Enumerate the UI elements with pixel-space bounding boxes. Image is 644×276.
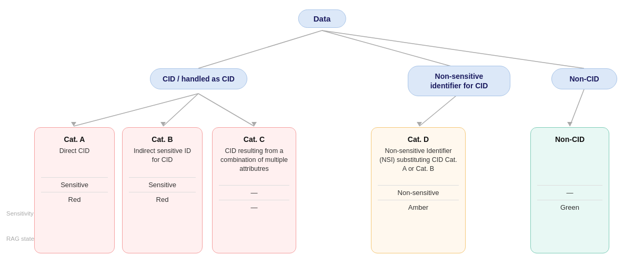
cat-c-title: Cat. C	[219, 135, 289, 144]
cat-b-desc: Indirect sensitive ID for CID	[129, 147, 196, 173]
svg-line-7	[570, 89, 584, 126]
non-cid-title: Non-CID	[537, 135, 602, 144]
card-cat-c: Cat. C CID resulting from a combination …	[212, 127, 296, 253]
non-cid-sensitivity: —	[537, 189, 602, 197]
l1-node-cid: CID / handled as CID	[150, 68, 247, 89]
non-cid-desc	[537, 147, 602, 181]
l1-cid-label: CID / handled as CID	[163, 75, 235, 83]
card-cat-b: Cat. B Indirect sensitive ID for CID Sen…	[122, 127, 203, 253]
svg-marker-10	[251, 122, 257, 126]
root-node: Data	[298, 9, 346, 28]
cat-c-rag: —	[219, 203, 289, 211]
cat-a-sensitivity: Sensitive	[41, 181, 108, 189]
cat-d-desc: Non-sensitive Identifier (NSI) substitut…	[378, 147, 459, 181]
cat-a-title: Cat. A	[41, 135, 108, 144]
svg-line-3	[74, 94, 198, 126]
l1-node-noncid: Non-CID	[551, 68, 617, 89]
svg-line-4	[163, 94, 198, 126]
cat-a-rag: Red	[41, 196, 108, 203]
svg-line-5	[198, 94, 254, 126]
diagram: Data CID / handled as CID Non-sensitivei…	[0, 0, 644, 276]
svg-marker-12	[567, 122, 572, 126]
svg-marker-9	[160, 122, 166, 126]
non-cid-rag: Green	[537, 203, 602, 211]
card-cat-a: Cat. A Direct CID Sensitive Red	[34, 127, 115, 253]
cat-b-sensitivity: Sensitive	[129, 181, 196, 189]
cat-c-sensitivity: —	[219, 189, 289, 197]
root-label: Data	[314, 14, 331, 23]
svg-marker-8	[71, 122, 76, 126]
cat-d-title: Cat. D	[378, 135, 459, 144]
card-cat-d: Cat. D Non-sensitive Identifier (NSI) su…	[371, 127, 466, 253]
card-non-cid: Non-CID — Green	[530, 127, 609, 253]
svg-line-0	[198, 30, 322, 68]
svg-marker-11	[417, 122, 422, 126]
svg-line-6	[419, 94, 459, 126]
cat-b-title: Cat. B	[129, 135, 196, 144]
sensitivity-side-label: Sensitivity	[6, 210, 34, 217]
l1-noncid-label: Non-CID	[570, 75, 599, 83]
rag-side-label: RAG state	[6, 236, 34, 242]
cat-d-sensitivity: Non-sensitive	[378, 189, 459, 197]
cat-d-rag: Amber	[378, 203, 459, 211]
svg-line-1	[322, 30, 459, 68]
l1-node-nsi: Non-sensitiveidentifier for CID	[408, 66, 510, 96]
svg-line-2	[322, 30, 584, 68]
cat-b-rag: Red	[129, 196, 196, 203]
cat-c-desc: CID resulting from a combination of mult…	[219, 147, 289, 181]
cat-a-desc: Direct CID	[41, 147, 108, 173]
